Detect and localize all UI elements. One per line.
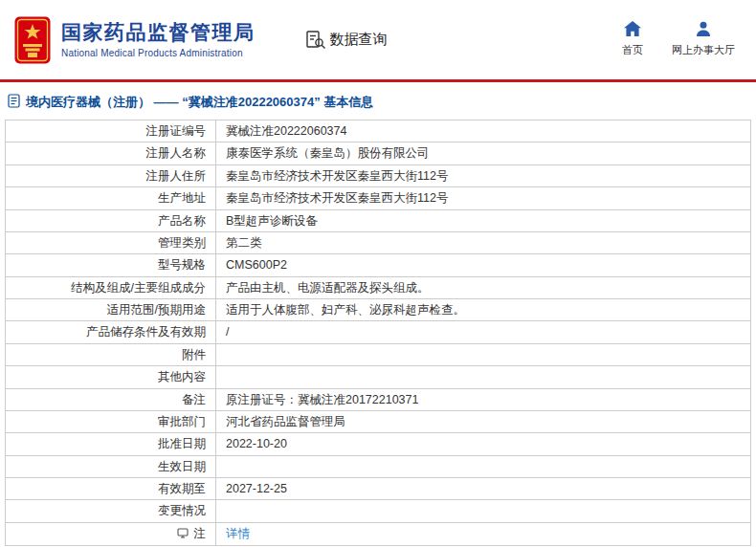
table-row: 结构及组成/主要组成成分产品由主机、电源适配器及探头组成。	[6, 276, 751, 298]
table-row: 型号规格CMS600P2	[6, 254, 751, 276]
document-icon	[8, 94, 20, 111]
row-label: 生产地址	[6, 187, 216, 209]
row-label: 产品名称	[6, 209, 216, 231]
row-value: /	[216, 321, 751, 343]
table-row: 适用范围/预期用途适用于人体腹部、妇产科、泌尿科超声检查。	[6, 299, 751, 321]
annotation-icon	[177, 528, 189, 541]
nav-service-hall-label: 网上办事大厅	[672, 43, 735, 57]
row-value: 2027-12-25	[216, 478, 751, 500]
row-value: CMS600P2	[216, 254, 751, 276]
row-label: 备注	[6, 388, 216, 410]
data-query-button[interactable]: 数据查询	[305, 30, 388, 50]
row-value: 详情	[216, 522, 751, 545]
row-label: 其他内容	[6, 366, 216, 388]
header-right-nav: 首页 网上办事大厅	[622, 21, 735, 57]
data-query-label: 数据查询	[330, 31, 388, 49]
national-emblem-icon	[13, 15, 52, 65]
row-label: 注册人住所	[6, 164, 216, 186]
row-value: B型超声诊断设备	[216, 209, 751, 231]
row-value: 冀械注准20222060374	[216, 120, 751, 142]
row-value: 河北省药品监督管理局	[216, 410, 751, 432]
table-row: 批准日期2022-10-20	[6, 433, 751, 455]
row-label: 变更情况	[6, 500, 216, 522]
registration-info-table: 注册证编号冀械注准20222060374 注册人名称康泰医学系统（秦皇岛）股份有…	[5, 120, 751, 546]
row-label: 型号规格	[6, 254, 216, 276]
breadcrumb: 境内医疗器械（注册） —— “冀械注准20222060374” 基本信息	[0, 82, 756, 120]
table-row: 注册证编号冀械注准20222060374	[6, 120, 751, 142]
row-value	[216, 366, 751, 388]
table-row: 审批部门河北省药品监督管理局	[6, 410, 751, 432]
row-label: 注册人名称	[6, 142, 216, 164]
national-emblem-logo	[13, 15, 52, 65]
row-value: 第二类	[216, 231, 751, 253]
row-value	[216, 455, 751, 477]
table-row: 备注原注册证号：冀械注准20172210371	[6, 388, 751, 410]
org-name-en: National Medical Products Administration	[61, 48, 256, 58]
row-value: 秦皇岛市经济技术开发区秦皇西大街112号	[216, 187, 751, 209]
table-row: 生产地址秦皇岛市经济技术开发区秦皇西大街112号	[6, 187, 751, 209]
row-value: 适用于人体腹部、妇产科、泌尿科超声检查。	[216, 299, 751, 321]
row-label: 审批部门	[6, 410, 216, 432]
table-row: 管理类别第二类	[6, 231, 751, 253]
row-label: 注	[6, 522, 216, 545]
row-label: 管理类别	[6, 231, 216, 253]
row-label: 批准日期	[6, 433, 216, 455]
row-label: 附件	[6, 343, 216, 365]
nav-home-label: 首页	[622, 43, 643, 57]
table-row: 产品名称B型超声诊断设备	[6, 209, 751, 231]
row-value: 秦皇岛市经济技术开发区秦皇西大街112号	[216, 164, 751, 186]
row-value: 原注册证号：冀械注准20172210371	[216, 388, 751, 410]
row-label-text: 注	[194, 527, 207, 540]
user-icon	[696, 21, 711, 38]
table-row: 生效日期	[6, 455, 751, 477]
row-value: 康泰医学系统（秦皇岛）股份有限公司	[216, 142, 751, 164]
row-value: 2022-10-20	[216, 433, 751, 455]
table-row: 有效期至2027-12-25	[6, 478, 751, 500]
row-label: 有效期至	[6, 478, 216, 500]
row-value	[216, 500, 751, 522]
detail-link[interactable]: 详情	[226, 527, 250, 540]
table-row: 注 详情	[6, 522, 751, 545]
table-row: 其他内容	[6, 366, 751, 388]
row-label: 注册证编号	[6, 120, 216, 142]
row-label: 生效日期	[6, 455, 216, 477]
org-title-block: 国家药品监督管理局 National Medical Products Admi…	[61, 21, 256, 57]
page-title: 境内医疗器械（注册） —— “冀械注准20222060374” 基本信息	[26, 94, 373, 111]
table-row: 注册人名称康泰医学系统（秦皇岛）股份有限公司	[6, 142, 751, 164]
row-value: 产品由主机、电源适配器及探头组成。	[216, 276, 751, 298]
table-row: 注册人住所秦皇岛市经济技术开发区秦皇西大街112号	[6, 164, 751, 186]
table-row: 变更情况	[6, 500, 751, 522]
table-row: 产品储存条件及有效期/	[6, 321, 751, 343]
data-query-icon	[305, 30, 326, 50]
row-label: 适用范围/预期用途	[6, 299, 216, 321]
home-icon	[624, 21, 641, 38]
nav-service-hall[interactable]: 网上办事大厅	[672, 21, 735, 57]
row-label: 产品储存条件及有效期	[6, 321, 216, 343]
row-label: 结构及组成/主要组成成分	[6, 276, 216, 298]
page-header: 国家药品监督管理局 National Medical Products Admi…	[0, 0, 756, 82]
table-row: 附件	[6, 343, 751, 365]
row-value	[216, 343, 751, 365]
nav-home[interactable]: 首页	[622, 21, 643, 57]
org-name: 国家药品监督管理局	[61, 21, 256, 43]
